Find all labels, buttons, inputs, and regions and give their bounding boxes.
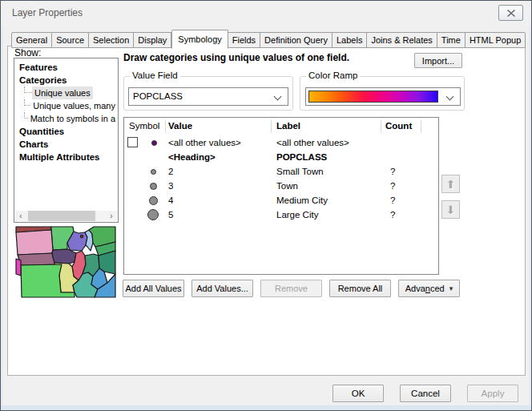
all-other-values-checkbox[interactable] <box>127 137 138 147</box>
table-row-heading[interactable]: <Heading> POPCLASS <box>124 150 438 164</box>
value-field-value: POPCLASS <box>133 88 183 105</box>
symbol-cell <box>124 135 165 150</box>
add-all-values-button[interactable]: Add All Values <box>123 280 184 297</box>
symbol-cell <box>124 208 165 222</box>
state-shape <box>16 259 21 276</box>
add-values-button[interactable]: Add Values... <box>191 280 253 297</box>
layer-properties-dialog: Layer Properties General Source Selectio… <box>0 0 532 411</box>
table-row[interactable]: <all other values> <all other values> <box>124 135 438 150</box>
show-item-quantities[interactable]: Quantities <box>14 125 118 138</box>
tab-selection[interactable]: Selection <box>89 32 134 48</box>
point-symbol-icon[interactable] <box>151 169 156 175</box>
move-up-button[interactable]: ⬆ <box>441 175 460 193</box>
advanced-button[interactable]: Advanced ▾ <box>398 280 460 297</box>
show-item-charts[interactable]: Charts <box>14 138 118 151</box>
table-row[interactable]: 4 Medium City ? <box>124 193 438 208</box>
title-bar: Layer Properties <box>1 1 531 25</box>
chevron-down-icon <box>274 93 282 101</box>
dropdown-caret-icon: ▾ <box>449 284 453 292</box>
table-header: Symbol Value Label Count <box>124 118 438 135</box>
move-down-button[interactable]: ⬇ <box>441 200 460 219</box>
window-edge <box>1 405 531 410</box>
table-row[interactable]: 3 Town ? <box>124 179 438 193</box>
tab-joins-relates[interactable]: Joins & Relates <box>367 32 437 48</box>
table-row[interactable]: 5 Large City ? <box>124 208 438 222</box>
column-divider <box>421 120 421 133</box>
map-preview <box>14 226 116 298</box>
column-divider <box>381 120 381 133</box>
point-symbol-icon[interactable] <box>147 209 159 220</box>
ok-button[interactable]: OK <box>332 385 384 402</box>
tree-connector <box>24 99 30 106</box>
tab-strip: General Source Selection Display Symbolo… <box>11 30 526 48</box>
show-item-unique-values[interactable]: Unique values <box>14 87 118 99</box>
tree-connector <box>24 87 32 93</box>
state-shape <box>52 249 76 264</box>
column-header-count[interactable]: Count <box>385 121 412 131</box>
tab-display[interactable]: Display <box>134 32 171 48</box>
symbol-cell <box>124 150 165 164</box>
remove-all-button[interactable]: Remove All <box>329 280 391 297</box>
color-ramp-label: Color Ramp <box>306 71 360 80</box>
color-ramp-dropdown[interactable] <box>305 87 461 106</box>
tab-html-popup[interactable]: HTML Popup <box>466 32 526 48</box>
chevron-down-icon <box>446 93 454 101</box>
show-tree: Features Categories Unique values Unique… <box>14 58 119 223</box>
show-tree-hscrollbar[interactable]: ‹ › <box>15 211 117 221</box>
unique-values-table: Symbol Value Label Count <all other valu… <box>123 117 439 275</box>
tab-fields[interactable]: Fields <box>228 32 260 48</box>
scrollbar-track[interactable] <box>26 211 106 221</box>
close-button[interactable] <box>498 5 523 21</box>
scrollbar-thumb[interactable] <box>28 211 95 221</box>
value-field-dropdown[interactable]: POPCLASS <box>128 87 288 106</box>
map-dot <box>80 235 83 237</box>
tab-time[interactable]: Time <box>437 32 466 48</box>
symbol-cell <box>124 179 165 193</box>
column-header-label[interactable]: Label <box>276 121 300 131</box>
show-label: Show: <box>14 47 41 58</box>
symbology-tab-page: Show: Features Categories Unique values … <box>7 46 526 376</box>
point-symbol-icon[interactable] <box>150 183 157 190</box>
import-button[interactable]: Import... <box>414 53 462 68</box>
remove-button: Remove <box>260 280 322 297</box>
show-item-categories[interactable]: Categories <box>14 74 118 87</box>
table-row[interactable]: 2 Small Town ? <box>124 164 438 179</box>
color-ramp-group: Color Ramp <box>300 76 465 111</box>
tab-labels[interactable]: Labels <box>332 32 367 48</box>
column-divider <box>165 120 166 133</box>
column-header-value[interactable]: Value <box>168 121 192 131</box>
window-edge <box>529 1 531 410</box>
scroll-left-icon[interactable]: ‹ <box>15 211 26 221</box>
tab-definition-query[interactable]: Definition Query <box>260 32 332 48</box>
color-ramp-swatch <box>308 91 438 103</box>
close-icon <box>507 10 515 17</box>
arrow-down-icon: ⬇ <box>446 203 456 216</box>
tab-symbology[interactable]: Symbology <box>171 30 228 49</box>
cancel-button[interactable]: Cancel <box>400 385 451 402</box>
show-item-features[interactable]: Features <box>14 61 118 74</box>
scroll-right-icon[interactable]: › <box>106 211 117 221</box>
arrow-up-icon: ⬆ <box>446 178 456 191</box>
apply-button: Apply <box>467 385 518 402</box>
column-header-symbol[interactable]: Symbol <box>129 121 159 131</box>
symbol-cell <box>124 193 165 208</box>
show-item-unique-values-many[interactable]: Unique values, many <box>14 99 118 112</box>
symbol-cell <box>124 164 165 179</box>
method-description: Draw categories using unique values of o… <box>123 52 349 63</box>
column-divider <box>271 120 272 133</box>
tab-general[interactable]: General <box>11 32 52 48</box>
window-title: Layer Properties <box>12 1 83 25</box>
tab-source[interactable]: Source <box>52 32 89 48</box>
value-field-label: Value Field <box>130 71 180 80</box>
point-symbol-icon[interactable] <box>149 196 158 205</box>
value-field-group: Value Field POPCLASS <box>123 76 293 111</box>
show-item-match-to-symbols[interactable]: Match to symbols in a <box>14 112 118 125</box>
window-edge <box>1 1 3 410</box>
action-button-row: Add All Values Add Values... Remove Remo… <box>123 280 460 297</box>
show-item-multiple-attributes[interactable]: Multiple Attributes <box>14 151 118 163</box>
point-symbol-icon[interactable] <box>151 140 157 146</box>
state-shape <box>16 230 53 255</box>
